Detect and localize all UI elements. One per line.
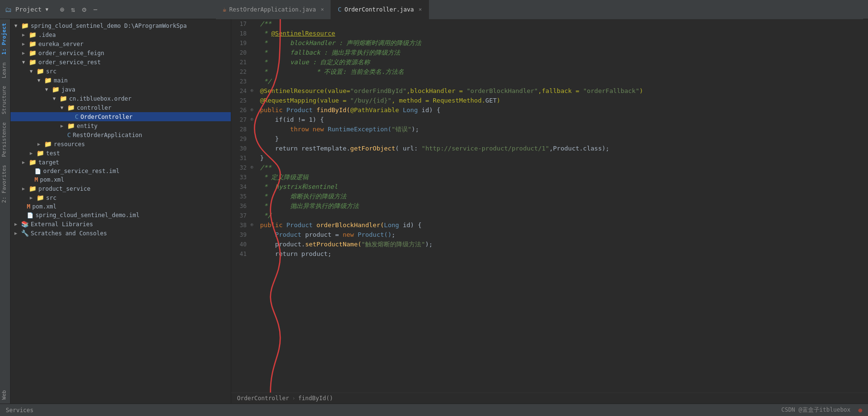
code-line-row: 39 Product product = new Product(); <box>231 230 868 240</box>
tree-scratches[interactable]: ▶ 🔧 Scratches and Consoles <box>11 229 231 238</box>
code-line-content: * 定义降级逻辑 <box>258 173 868 182</box>
breadcrumb-method: findById() <box>298 395 333 402</box>
settings-icon[interactable]: ⚙ <box>82 5 86 14</box>
gutter-icon: ⊕ <box>250 107 253 112</box>
line-number: 29 <box>231 134 250 144</box>
tree-pom-root[interactable]: ▶ M pom.xml <box>11 202 231 211</box>
side-tab-persistence[interactable]: Persistence <box>0 118 10 161</box>
tree-java[interactable]: ▼ 📁 java <box>11 85 231 94</box>
tree-src2[interactable]: ▶ 📁 src <box>11 193 231 202</box>
order-controller-label: OrderController <box>81 114 132 120</box>
test-folder-icon: 📁 <box>36 150 44 157</box>
tree-package[interactable]: ▼ 📁 cn.itbluebox.order <box>11 94 231 103</box>
project-title[interactable]: Project <box>15 6 42 13</box>
tab-order-controller[interactable]: C OrderController.java ✕ <box>331 0 429 19</box>
tree-root[interactable]: ▼ 📁 spring_cloud_sentinel_demo D:\AProgr… <box>11 21 231 30</box>
tree-target[interactable]: ▶ 📁 target <box>11 158 231 167</box>
tree-product-service[interactable]: ▶ 📁 product_service <box>11 184 231 193</box>
code-line-row: 25@RequestMapping(value = "/buy/{id}", m… <box>231 96 868 105</box>
file-tree: ▼ 📁 spring_cloud_sentinel_demo D:\AProgr… <box>11 19 231 404</box>
tab-close-controller[interactable]: ✕ <box>418 6 422 12</box>
line-number: 23 <box>231 77 250 86</box>
tree-test[interactable]: ▶ 📁 test <box>11 149 231 158</box>
gutter-cell <box>250 249 258 259</box>
code-line-content: public Product orderBlockHandler(Long id… <box>258 220 868 230</box>
minimize-icon[interactable]: − <box>93 5 97 14</box>
tree-idea[interactable]: ▶ 📁 .idea <box>11 30 231 39</box>
tree-ext-libs[interactable]: ▶ 📚 External Libraries <box>11 220 231 229</box>
tree-src[interactable]: ▼ 📁 src <box>11 67 231 76</box>
adjust-icon[interactable]: ⇅ <box>71 5 75 14</box>
tab-close-rest[interactable]: ✕ <box>321 6 324 12</box>
code-line-row: 18 * @SentinelResource <box>231 29 868 38</box>
tab-controller-label: OrderController.java <box>345 6 414 13</box>
code-line-content: /** <box>258 19 868 29</box>
rest-app-label: RestOrderApplication <box>73 132 143 139</box>
code-line-row: 38⊕public Product orderBlockHandler(Long… <box>231 220 868 230</box>
side-tab-project[interactable]: 1: Project <box>0 19 10 58</box>
code-line-content: * blockHandler : 声明熔断时调用的降级方法 <box>258 38 868 48</box>
side-tab-favorites[interactable]: 2: Favorites <box>0 161 10 207</box>
target-arrow: ▶ <box>22 160 28 165</box>
line-number: 27 <box>231 115 250 125</box>
line-number: 24 <box>231 86 250 96</box>
tree-rest-app[interactable]: ▶ C RestOrderApplication <box>11 130 231 139</box>
root-folder-icon: 📁 <box>21 22 29 29</box>
side-tab-web[interactable]: Web <box>0 386 10 404</box>
gutter-cell <box>250 182 258 192</box>
top-bar: 🗂 Project ▼ ⊕ ⇅ ⚙ − ☕ RestOrderApplicati… <box>0 0 868 19</box>
tree-iml-order[interactable]: ▶ 📄 order_service_rest.iml <box>11 167 231 175</box>
tree-feign[interactable]: ▶ 📁 order_service_feign <box>11 48 231 58</box>
services-button[interactable]: Services <box>6 407 34 414</box>
tab-rest-order[interactable]: ☕ RestOrderApplication.java ✕ <box>216 0 331 19</box>
tree-main[interactable]: ▼ 📁 main <box>11 76 231 85</box>
tree-entity[interactable]: ▶ 📁 entity <box>11 121 231 130</box>
code-line-row: 34 * hystrix和sentinel <box>231 182 868 192</box>
package-folder-icon: 📁 <box>59 95 67 102</box>
eureka-label: eureka_server <box>38 41 83 47</box>
tree-order-controller[interactable]: ▶ C OrderController <box>11 112 231 121</box>
gutter-cell: ⊕ <box>250 220 258 230</box>
order-controller-arrow: ▶ <box>68 114 74 119</box>
scratches-arrow: ▶ <box>14 231 20 236</box>
line-number: 30 <box>231 144 250 153</box>
code-line-row: 24⊕@SentinelResource(value="orderFindByI… <box>231 86 868 96</box>
entity-label: entity <box>77 123 97 129</box>
iml-root-arrow: ▶ <box>20 213 26 218</box>
order-rest-label: order_service_rest <box>38 59 101 66</box>
tree-pom-order[interactable]: ▶ M pom.xml <box>11 175 231 184</box>
line-number: 35 <box>231 192 250 201</box>
code-line-content: * 熔断执行的降级方法 <box>258 192 868 201</box>
code-line-row: 37 */ <box>231 211 868 220</box>
side-tab-structure[interactable]: Structure <box>0 82 10 118</box>
gutter-cell <box>250 173 258 182</box>
code-content[interactable]: 17/**18 * @SentinelResource19 * blockHan… <box>231 19 868 393</box>
root-label: spring_cloud_sentinel_demo D:\AProgramWo… <box>31 23 187 29</box>
tree-resources[interactable]: ▶ 📁 resources <box>11 139 231 149</box>
resources-folder-icon: 📁 <box>44 140 52 148</box>
tree-order-rest[interactable]: ▼ 📁 order_service_rest <box>11 58 231 67</box>
code-line-row: 26⊕public Product findById(@PathVariable… <box>231 105 868 115</box>
side-tab-learn[interactable]: Learn <box>0 58 10 82</box>
code-line-row: 32⊕/** <box>231 163 868 173</box>
idea-folder-icon: 📁 <box>29 31 36 38</box>
product-service-icon: 📁 <box>29 185 36 192</box>
tree-iml-root[interactable]: ▶ 📄 spring_cloud_sentinel_demo.iml <box>11 211 231 220</box>
breadcrumb: OrderController › findById() <box>231 393 868 404</box>
code-line-row: 23 */ <box>231 77 868 86</box>
tree-eureka[interactable]: ▶ 📁 eureka_server <box>11 39 231 48</box>
gutter-cell <box>250 153 258 163</box>
iml-order-label: order_service_rest.iml <box>43 168 119 174</box>
iml-order-arrow: ▶ <box>28 169 34 174</box>
line-number: 36 <box>231 201 250 211</box>
tree-controller-folder[interactable]: ▼ 📁 controller <box>11 103 231 112</box>
code-line-row: 22 * * 不设置: 当前全类名.方法名 <box>231 67 868 77</box>
breadcrumb-sep: › <box>292 395 295 402</box>
tab-java-icon: ☕ <box>223 6 226 13</box>
gutter-cell <box>250 192 258 201</box>
add-icon[interactable]: ⊕ <box>60 5 64 14</box>
gutter-icon: ⊕ <box>250 222 253 227</box>
project-dropdown-arrow[interactable]: ▼ <box>46 7 48 12</box>
package-label: cn.itbluebox.order <box>69 95 131 102</box>
rest-app-arrow: ▶ <box>60 132 66 138</box>
